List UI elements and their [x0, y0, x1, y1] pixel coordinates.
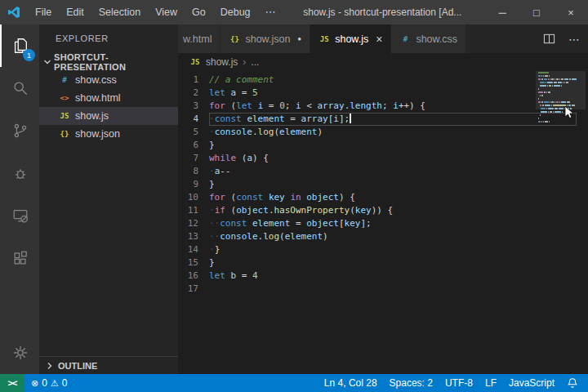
line-number[interactable]: 13 [178, 230, 209, 243]
line-number[interactable]: 14 [178, 243, 209, 256]
activitybar-explorer[interactable]: 1 [0, 24, 39, 67]
line-number[interactable]: 8 [178, 165, 209, 178]
vscode-logo-icon [0, 6, 28, 19]
code-line-2[interactable]: 2let a = 5 [178, 87, 588, 100]
code-line-7[interactable]: 7while (a) { [178, 152, 588, 165]
split-editor-button[interactable] [543, 33, 555, 45]
editor-more-actions-button[interactable]: ⋯ [568, 33, 580, 46]
breadcrumb-symbol[interactable]: ... [251, 56, 259, 68]
file-show.js[interactable]: JSshow.js [39, 107, 178, 125]
menu-edit[interactable]: Edit [59, 0, 91, 24]
code-line-8[interactable]: 8·a-- [178, 165, 588, 178]
extensions-icon [11, 249, 29, 267]
line-number[interactable]: 2 [178, 87, 209, 100]
title-bar: FileEditSelectionViewGoDebug ⋯ show.js -… [0, 0, 588, 24]
error-count: 0 [42, 377, 47, 389]
menu-view[interactable]: View [148, 0, 185, 24]
code-line-17[interactable]: 17 [178, 283, 588, 296]
line-number[interactable]: 5 [178, 126, 209, 139]
activitybar-spacer [0, 279, 39, 332]
menu-go[interactable]: Go [185, 0, 213, 24]
editor-actions: ⋯ [543, 24, 580, 53]
code-text: } [209, 139, 577, 152]
notifications-bell-icon[interactable] [567, 377, 578, 389]
menu-overflow-button[interactable]: ⋯ [258, 0, 283, 24]
file-show.html[interactable]: <>show.html [39, 89, 178, 107]
code-line-4[interactable]: 4·const element = array[i]; [178, 113, 588, 126]
code-line-14[interactable]: 14·} [178, 243, 588, 256]
breadcrumb-file[interactable]: show.js [206, 56, 238, 68]
folder-shortcut-presentation[interactable]: SHORTCUT-PRESENTATION [39, 53, 178, 71]
code-line-11[interactable]: 11·if (object.hasOwnProperty(key)) { [178, 204, 588, 217]
search-icon [11, 79, 29, 97]
line-number[interactable]: 11 [178, 204, 209, 217]
code-line-6[interactable]: 6} [178, 139, 588, 152]
code-line-9[interactable]: 9} [178, 178, 588, 191]
activitybar-source-control[interactable] [0, 109, 39, 152]
file-name: show.html [75, 92, 121, 104]
code-line-1[interactable]: 1// a comment [178, 74, 588, 87]
warning-icon: ⚠ [51, 378, 59, 389]
minimize-button[interactable]: ─ [485, 0, 519, 24]
code-text: ·const element = array[i]; [209, 113, 577, 126]
code-text: for (let i = 0; i < array.length; i++) { [209, 100, 577, 113]
code-text: ·} [209, 243, 577, 256]
line-number[interactable]: 1 [178, 74, 209, 87]
file-name: show.js [75, 110, 109, 122]
tab-show.js[interactable]: JSshow.js× [310, 24, 391, 53]
status-cursor-position[interactable]: Ln 4, Col 28 [324, 377, 377, 389]
tab-label: show.json [245, 33, 290, 45]
tab-show.json[interactable]: {}show.json● [220, 24, 310, 53]
code-line-15[interactable]: 15} [178, 256, 588, 270]
remote-indicator[interactable]: >< [0, 374, 24, 392]
close-window-button[interactable]: × [554, 0, 588, 24]
code-editor[interactable]: 1// a comment2let a = 53for (let i = 0; … [178, 71, 588, 296]
code-text: let a = 5 [209, 87, 577, 100]
activitybar-search[interactable] [0, 67, 39, 109]
file-show.css[interactable]: #show.css [39, 71, 178, 89]
line-number[interactable]: 12 [178, 217, 209, 230]
tab-w.html[interactable]: w.html [178, 24, 220, 53]
tabs: w.html{}show.json●JSshow.js×#show.css [178, 24, 466, 53]
line-number[interactable]: 15 [178, 256, 209, 270]
status-eol[interactable]: LF [485, 377, 497, 389]
code-line-13[interactable]: 13··console.log(element) [178, 230, 588, 243]
maximize-button[interactable]: □ [519, 0, 554, 24]
line-number[interactable]: 9 [178, 178, 209, 191]
activitybar-run-and-debug[interactable] [0, 152, 39, 194]
code-line-12[interactable]: 12··const element = object[key]; [178, 217, 588, 230]
code-line-3[interactable]: 3for (let i = 0; i < array.length; i++) … [178, 100, 588, 113]
menu-file[interactable]: File [28, 0, 59, 24]
code-line-16[interactable]: 16let b = 4 [178, 270, 588, 283]
file-type-icon: # [399, 35, 411, 43]
remote-explorer-icon [11, 207, 29, 225]
status-indentation[interactable]: Spaces: 2 [390, 377, 433, 389]
line-number[interactable]: 16 [178, 270, 209, 283]
menu-debug[interactable]: Debug [213, 0, 258, 24]
code-line-5[interactable]: 5·console.log(element) [178, 126, 588, 139]
code-text: // a comment [209, 74, 577, 87]
file-show.json[interactable]: {}show.json [39, 125, 178, 143]
outline-section-header[interactable]: OUTLINE [39, 356, 178, 374]
line-number[interactable]: 6 [178, 139, 209, 152]
line-number[interactable]: 7 [178, 152, 209, 165]
modified-dot-icon[interactable]: ● [297, 35, 301, 42]
activitybar-manage[interactable] [0, 332, 39, 374]
activitybar-extensions[interactable] [0, 237, 39, 279]
status-encoding[interactable]: UTF-8 [445, 377, 473, 389]
warning-count: 0 [62, 377, 68, 389]
sidebar-title: EXPLORER [39, 24, 178, 53]
line-number[interactable]: 10 [178, 191, 209, 204]
tab-close-icon[interactable]: × [376, 33, 382, 46]
code-text: } [209, 178, 577, 191]
minimap-slider[interactable] [536, 71, 586, 109]
code-line-10[interactable]: 10for (const key in object) { [178, 191, 588, 204]
line-number[interactable]: 4 [178, 113, 209, 126]
status-language[interactable]: JavaScript [509, 377, 555, 389]
line-number[interactable]: 3 [178, 100, 209, 113]
line-number[interactable]: 17 [178, 283, 209, 296]
activitybar-remote-explorer[interactable] [0, 194, 39, 237]
tab-show.css[interactable]: #show.css [391, 24, 466, 53]
problems-status[interactable]: ⊗ 0 ⚠ 0 [24, 377, 74, 389]
menu-selection[interactable]: Selection [91, 0, 148, 24]
